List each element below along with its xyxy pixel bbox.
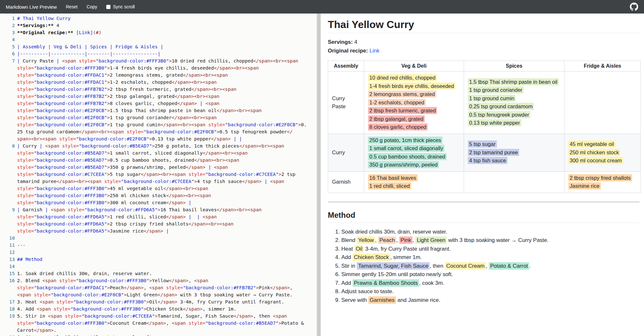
split-divider[interactable] bbox=[317, 14, 321, 336]
recipe-meta: Servings: 4 Original recipe: Link bbox=[328, 38, 639, 55]
reset-button[interactable]: Reset bbox=[66, 4, 78, 9]
code-line: 173. Heat <span style="background-color:… bbox=[0, 298, 317, 305]
github-icon bbox=[630, 3, 638, 11]
method-step: Blend Yellow, Peach, Pink, Light Green w… bbox=[341, 236, 639, 244]
ingredients-table: AssemblyVeg & DeliSpicesFridge & Aisles … bbox=[328, 61, 641, 193]
code-line: 7| Curry Paste | <span style="background… bbox=[0, 57, 317, 64]
line-number: 6 bbox=[0, 50, 15, 57]
code-line: style="background-color:#FFDAC1">Peach</… bbox=[0, 284, 317, 291]
ingredients-cell: 1.5 tbsp Thai shrimp paste in bean oil1 … bbox=[464, 72, 564, 134]
code-line: 10 bbox=[0, 235, 317, 242]
code-line: 25 tsp ground cardamom</span><br><span s… bbox=[0, 128, 317, 135]
code-line: span><br><span style="background-color:#… bbox=[0, 135, 317, 142]
line-number bbox=[0, 227, 15, 235]
assembly-cell: Garnish bbox=[328, 171, 364, 193]
ingredients-cell: 16 Thai basil leaves1 red chilli, sliced bbox=[364, 171, 464, 193]
code-line: 184. Add <span style="background-color:#… bbox=[0, 305, 317, 312]
line-number: 18 bbox=[0, 305, 15, 312]
ingredients-cell: 5 tsp sugar2 tsp tamarind puree4 tsp fis… bbox=[464, 134, 564, 171]
line-number: 12 bbox=[0, 249, 15, 256]
split-view: 1# Thai Yellow Curry2**Servings:** 43**O… bbox=[0, 14, 644, 336]
line-number bbox=[0, 213, 15, 220]
table-column-header: Fridge & Aisles bbox=[564, 61, 641, 72]
code-line: style="background-color:#C7CEEA">5 tsp s… bbox=[0, 171, 317, 178]
ingredient-highlight: 2 lemongrass stems, grated bbox=[368, 91, 436, 98]
servings-line: Servings: 4 bbox=[328, 38, 639, 46]
line-number: 5 bbox=[0, 43, 15, 50]
line-number: 7 bbox=[0, 57, 15, 64]
ingredients-cell bbox=[564, 72, 641, 134]
line-number bbox=[0, 327, 15, 334]
code-line: 1# Thai Yellow Curry bbox=[0, 15, 317, 22]
code-line: 162. Blend <span style="background-color… bbox=[0, 277, 317, 284]
method-heading: Method bbox=[328, 210, 639, 223]
table-column-header: Assembly bbox=[328, 61, 364, 72]
line-number bbox=[0, 171, 15, 178]
markdown-editor[interactable]: 1# Thai Yellow Curry2**Servings:** 43**O… bbox=[0, 14, 317, 336]
line-number bbox=[0, 149, 15, 157]
line-number bbox=[0, 157, 15, 164]
table-row: Curry Paste10 dried red chillis, chopped… bbox=[328, 72, 641, 134]
line-number: 14 bbox=[0, 263, 15, 270]
table-column-header: Spices bbox=[464, 61, 564, 72]
code-line: 13## Method bbox=[0, 256, 317, 263]
line-number: 16 bbox=[0, 277, 15, 284]
line-number: 1 bbox=[0, 15, 15, 22]
line-number: 10 bbox=[0, 235, 15, 242]
code-line: 4 bbox=[0, 36, 317, 43]
code-line: style="background-color:#FFB7B2">8 clove… bbox=[0, 100, 317, 107]
method-step: Serve with Garnishes and Jasmine rice. bbox=[341, 296, 639, 304]
ingredient-highlight: 0.25 tsp ground cardamom bbox=[468, 103, 534, 110]
ingredient-highlight: 250 ml chicken stock bbox=[568, 149, 620, 156]
code-line: 11--- bbox=[0, 242, 317, 249]
ingredient-highlight: 350 g prawns/shrimp, peeled bbox=[368, 161, 439, 168]
page-title: Thai Yellow Curry bbox=[328, 19, 639, 33]
line-number bbox=[0, 64, 15, 72]
ingredient-highlight: 1-4 fresh birds eye chillis, deseeded bbox=[368, 82, 455, 90]
method-step: Adjust sauce to taste. bbox=[341, 288, 639, 295]
code-line: style="background-color:#B5EAD7">0.5 cup… bbox=[0, 157, 317, 164]
method-step: Heat Oil 3-4m, fry Curry Paste until fra… bbox=[341, 245, 639, 253]
line-number bbox=[0, 291, 15, 298]
ingredient-highlight: 2 tbsp crispy fried shallots bbox=[568, 174, 632, 181]
assembly-cell: Curry Paste bbox=[328, 72, 364, 134]
code-line: style="background-color:#FFDAC1">2 lemon… bbox=[0, 72, 317, 79]
line-number bbox=[0, 93, 15, 100]
ingredient-highlight: 10 dried red chillis, chopped bbox=[368, 74, 437, 81]
method-step: Add Chicken Stock, simmer 1m. bbox=[341, 254, 639, 261]
method-step: Add Prawns & Bamboo Shoots, cook 3m. bbox=[341, 279, 639, 287]
ingredient-highlight: 5 tsp sugar bbox=[468, 140, 497, 148]
sync-scroll-checkbox[interactable] bbox=[106, 5, 110, 9]
ingredient-highlight: 4 tsp fish sauce bbox=[468, 157, 507, 164]
code-line: <span style="background-color:#E2F0CB">L… bbox=[0, 291, 317, 298]
code-line: style="background-color:#E2F0CB">1 tsp g… bbox=[0, 114, 317, 121]
line-number bbox=[0, 79, 15, 86]
code-line: tamarind puree</span><br><span style="ba… bbox=[0, 178, 317, 185]
original-recipe-link[interactable]: Link bbox=[369, 48, 379, 54]
code-line: 6|----------|------------|--------|-----… bbox=[0, 50, 317, 57]
copy-button[interactable]: Copy bbox=[87, 4, 97, 9]
code-line: style="background-color:#E2F0CB">1 tsp g… bbox=[0, 121, 317, 128]
code-line: style="background-color:#FFDAC1">1-2 esc… bbox=[0, 79, 317, 86]
line-number bbox=[0, 135, 15, 142]
ingredient-highlight: 1-2 eschalots, chopped bbox=[368, 99, 426, 106]
line-number: 9 bbox=[0, 206, 15, 213]
code-line: style="background-color:#FFD6A5">Jasmine… bbox=[0, 227, 317, 235]
line-number bbox=[0, 100, 15, 107]
table-header-row: AssemblyVeg & DeliSpicesFridge & Aisles bbox=[328, 61, 641, 72]
ingredient-highlight: 1 red chilli, sliced bbox=[368, 182, 411, 189]
code-line: style="background-color:#B5EAD7">350 g p… bbox=[0, 164, 317, 171]
toolbar: Markdown Live Preview Reset Copy Sync sc… bbox=[0, 0, 644, 14]
code-line: 195. Stir in <span style="background-col… bbox=[0, 312, 317, 320]
line-number bbox=[0, 114, 15, 121]
code-line: style="background-color:#FFB7B2">2 tbsp … bbox=[0, 93, 317, 100]
table-row: Garnish16 Thai basil leaves1 red chilli,… bbox=[328, 171, 641, 193]
ingredient-highlight: 8 cloves garlic, chopped bbox=[368, 123, 428, 130]
line-number bbox=[0, 86, 15, 93]
github-link[interactable] bbox=[630, 3, 638, 11]
code-line: style="background-color:#FFF3B0">Coconut… bbox=[0, 320, 317, 327]
line-number bbox=[0, 72, 15, 79]
ingredient-highlight: 0.5 cup bamboo shoots, drained bbox=[368, 153, 447, 160]
code-line: 206. Simmer gently 15-20m until potato n… bbox=[0, 334, 317, 336]
sync-scroll-control: Sync scroll bbox=[106, 4, 135, 9]
